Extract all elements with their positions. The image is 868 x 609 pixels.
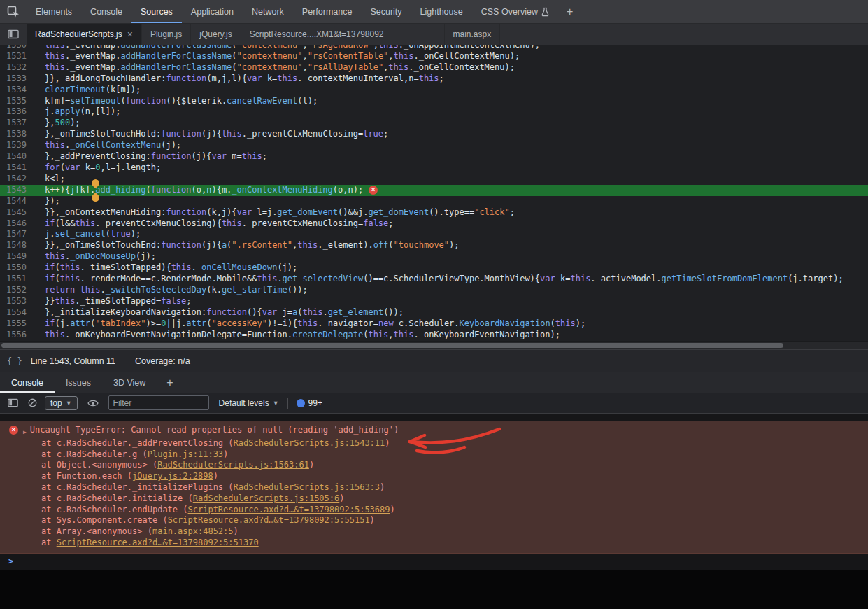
line-number[interactable]: 1541 xyxy=(0,162,27,174)
console-messages-area[interactable]: × ▶ Uncaught TypeError: Cannot read prop… xyxy=(0,414,868,609)
main-tab-sources[interactable]: Sources xyxy=(131,0,182,23)
line-number[interactable]: 1532 xyxy=(0,62,27,74)
code-text[interactable]: }},_onTimeSlotTouchEnd:function(j){a(".r… xyxy=(45,240,460,250)
line-number[interactable]: 1535 xyxy=(0,96,27,107)
line-number[interactable]: 1530 xyxy=(0,45,27,51)
main-tab-performance[interactable]: Performance xyxy=(293,0,362,23)
line-number[interactable]: 1534 xyxy=(0,85,27,96)
line-number[interactable]: 1550 xyxy=(0,262,27,274)
console-filter-input[interactable] xyxy=(108,396,209,410)
code-text[interactable]: if(this._renderMode==c.RenderMode.Mobile… xyxy=(45,274,844,284)
line-number[interactable]: 1548 xyxy=(0,240,27,251)
main-tab-security[interactable]: Security xyxy=(361,0,411,23)
line-number[interactable]: 1539 xyxy=(0,140,27,151)
code-text[interactable]: }); xyxy=(45,196,60,206)
stack-frame-link[interactable]: main.aspx:4852:5 xyxy=(152,526,234,536)
main-tab-elements[interactable]: Elements xyxy=(27,0,81,23)
file-tab-plugin-js[interactable]: Plugin.js xyxy=(142,24,191,45)
code-text[interactable]: this._eventMap.addHandlerForClassName("c… xyxy=(45,62,515,72)
console-sidebar-icon[interactable] xyxy=(3,397,22,409)
clear-console-icon[interactable] xyxy=(22,398,42,408)
more-tabs-button[interactable]: + xyxy=(558,0,581,23)
live-expression-eye-icon[interactable] xyxy=(83,399,103,407)
console-prompt[interactable]: > xyxy=(0,554,868,570)
pretty-print-button[interactable]: { } xyxy=(7,356,22,366)
file-tab-scriptresource-xm1-t-13798092[interactable]: ScriptResource....XM1&t=13798092 xyxy=(241,24,445,45)
code-text[interactable]: }},_onContextMenuHiding:function(k,j){va… xyxy=(45,207,515,217)
line-number[interactable]: 1549 xyxy=(0,251,27,262)
line-number[interactable]: 1556 xyxy=(0,330,27,341)
stack-frame-link[interactable]: RadSchedulerScripts.js:1563:3 xyxy=(234,482,380,492)
line-number[interactable]: 1538 xyxy=(0,129,27,140)
code-text[interactable]: this._onDocMouseUp(j); xyxy=(45,251,156,261)
stack-frame-link[interactable]: ScriptResource.axd?d…&t=13798092:5:53689 xyxy=(188,505,390,514)
line-number[interactable]: 1531 xyxy=(0,51,27,62)
code-text[interactable]: clearTimeout(k[m]); xyxy=(45,85,141,94)
javascript-context-selector[interactable]: top ▼ xyxy=(45,396,78,410)
main-tab-console[interactable]: Console xyxy=(81,0,131,23)
code-text[interactable]: },500); xyxy=(45,118,80,127)
line-number[interactable]: 1540 xyxy=(0,151,27,162)
line-number[interactable]: 1555 xyxy=(0,318,27,330)
stack-frame-link[interactable]: ScriptResource.axd?d…&t=13798092:5:51370 xyxy=(57,538,259,547)
stack-frame-link[interactable]: jQuery.js:2:2898 xyxy=(132,471,213,481)
code-text[interactable]: k<l; xyxy=(45,174,65,183)
code-text[interactable]: },_addPreventClosing:function(j){var m=t… xyxy=(45,151,267,161)
code-text[interactable]: for(var k=0,l=j.length; xyxy=(45,162,161,172)
main-tab-application[interactable]: Application xyxy=(182,0,243,23)
line-number[interactable]: 1536 xyxy=(0,106,27,118)
code-text[interactable]: if(l&&this._preventCtxMenuClosing){this.… xyxy=(45,218,394,228)
drawer-tab-3d-view[interactable]: 3D View xyxy=(102,372,157,393)
line-number[interactable]: 1554 xyxy=(0,307,27,318)
line-number[interactable]: 1545 xyxy=(0,207,27,218)
line-number[interactable]: 1533 xyxy=(0,74,27,85)
code-text[interactable]: this._eventMap.addHandlerForClassName("c… xyxy=(45,51,520,61)
code-text[interactable]: k[m]=setTimeout(function(){$telerik.canc… xyxy=(45,96,318,106)
file-tab-radschedulerscripts-js[interactable]: RadSchedulerScripts.js× xyxy=(27,24,142,45)
code-text[interactable]: return this._switchToSelectedDay(k.get_s… xyxy=(45,285,308,295)
main-tab-css-overview[interactable]: CSS Overview xyxy=(472,0,558,23)
expand-triangle-icon[interactable]: ▶ xyxy=(23,427,27,438)
line-number[interactable]: 1547 xyxy=(0,229,27,240)
horizontal-scrollbar[interactable] xyxy=(0,341,868,349)
code-text[interactable]: }},_addLongTouchHandler:function(m,j,l){… xyxy=(45,74,444,83)
line-number[interactable]: 1544 xyxy=(0,196,27,207)
stack-frame-link[interactable]: Plugin.js:11:33 xyxy=(148,449,223,459)
code-text[interactable]: },_onTimeSlotTouchHold:function(j){this.… xyxy=(45,129,388,139)
line-number[interactable]: 1543 xyxy=(0,185,27,196)
line-number[interactable]: 1537 xyxy=(0,118,27,129)
navigator-toggle-icon[interactable] xyxy=(0,24,27,45)
drawer-tab-console[interactable]: Console xyxy=(0,372,55,393)
code-text[interactable]: },_initializeKeyboardNavigation:function… xyxy=(45,307,404,317)
add-drawer-tab-button[interactable]: + xyxy=(157,372,183,393)
line-number[interactable]: 1551 xyxy=(0,274,27,285)
code-text[interactable]: this._onCellContextMenu(j); xyxy=(45,140,181,150)
main-tab-network[interactable]: Network xyxy=(243,0,293,23)
line-number[interactable]: 1542 xyxy=(0,174,27,185)
close-tab-icon[interactable]: × xyxy=(127,29,133,39)
file-tab-main-aspx[interactable]: main.aspx xyxy=(445,24,501,45)
code-text[interactable]: this._eventMap.addHandlerForClassName("c… xyxy=(45,45,540,50)
main-tab-lighthouse[interactable]: Lighthouse xyxy=(411,0,472,23)
line-number[interactable]: 1546 xyxy=(0,218,27,230)
console-message-count[interactable]: 99+ xyxy=(297,398,322,408)
stack-frame-link[interactable]: RadSchedulerScripts.js:1543:11 xyxy=(234,438,385,448)
code-text[interactable]: }}this._timeSlotTapped=false; xyxy=(45,296,192,306)
stack-frame-link[interactable]: RadSchedulerScripts.js:1505:6 xyxy=(193,493,340,503)
drawer-tab-issues[interactable]: Issues xyxy=(55,372,102,393)
source-editor[interactable]: 1530this._eventMap.addHandlerForClassNam… xyxy=(0,45,868,341)
code-text[interactable]: this._onKeyboardEventNavigationDelegate=… xyxy=(45,330,560,340)
line-number[interactable]: 1553 xyxy=(0,296,27,307)
line-number[interactable]: 1552 xyxy=(0,285,27,296)
log-levels-dropdown[interactable]: Default levels ▼ xyxy=(219,398,279,408)
scrollbar-thumb[interactable] xyxy=(1,343,783,348)
file-tab-jquery-js[interactable]: jQuery.js xyxy=(191,24,241,45)
code-text[interactable]: j.apply(n,[l]); xyxy=(45,106,120,116)
stack-frame-link[interactable]: ScriptResource.axd?d…&t=13798092:5:55151 xyxy=(168,515,370,525)
code-text[interactable]: j.set_cancel(true); xyxy=(45,229,141,239)
code-text[interactable]: if(this._timeSlotTapped){this._onCellMou… xyxy=(45,262,297,272)
inspect-icon[interactable] xyxy=(0,0,27,23)
stack-frame-link[interactable]: RadSchedulerScripts.js:1563:61 xyxy=(157,460,309,470)
code-text[interactable]: if(j.attr("tabIndex")>=0||j.attr("access… xyxy=(45,318,585,328)
line-error-badge-icon[interactable]: × xyxy=(369,186,378,195)
